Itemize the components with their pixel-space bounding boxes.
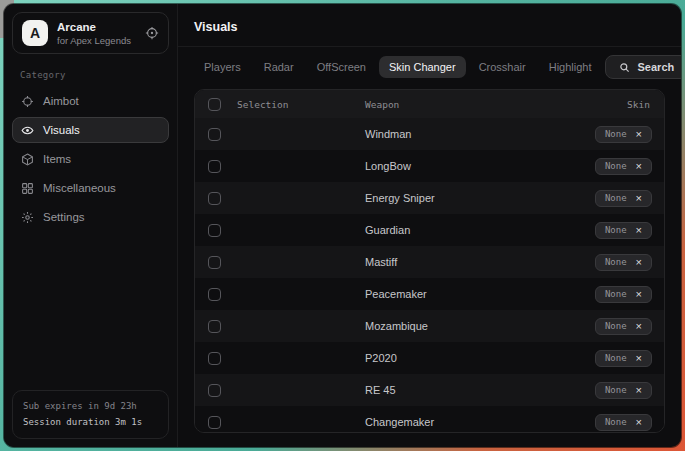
- session-duration-text: Session duration 3m 1s: [23, 415, 158, 430]
- table-row: PeacemakerNone×: [195, 278, 664, 310]
- sidebar-item-visuals[interactable]: Visuals: [12, 117, 169, 143]
- row-checkbox[interactable]: [208, 256, 221, 269]
- crosshair-icon: [21, 95, 34, 108]
- app-logo: A: [22, 20, 48, 46]
- table-row: RE 45None×: [195, 374, 664, 406]
- row-checkbox[interactable]: [208, 288, 221, 301]
- table-row: P2020None×: [195, 342, 664, 374]
- clear-skin-icon[interactable]: ×: [636, 257, 642, 268]
- weapon-name: Guardian: [365, 224, 544, 236]
- tabs-row: PlayersRadarOffScreenSkin ChangerCrossha…: [178, 47, 681, 85]
- weapon-name: Mastiff: [365, 256, 544, 268]
- table-row: LongBowNone×: [195, 150, 664, 182]
- search-button-label: Search: [638, 61, 675, 73]
- box-icon: [21, 153, 34, 166]
- main-panel: Visuals PlayersRadarOffScreenSkin Change…: [178, 4, 681, 447]
- skin-changer-table: Selection Weapon Skin WindmanNone×LongBo…: [194, 89, 665, 433]
- sidebar-item-settings[interactable]: Settings: [12, 204, 169, 230]
- tab-highlight[interactable]: Highlight: [539, 56, 602, 78]
- skin-value: None: [605, 161, 627, 171]
- table-row: Energy SniperNone×: [195, 182, 664, 214]
- skin-select-chip[interactable]: None×: [595, 222, 652, 239]
- app-title: Arcane: [57, 21, 131, 33]
- tab-offscreen[interactable]: OffScreen: [307, 56, 376, 78]
- clear-skin-icon[interactable]: ×: [636, 129, 642, 140]
- tab-skin-changer[interactable]: Skin Changer: [379, 56, 466, 78]
- app-subtitle: for Apex Legends: [57, 35, 131, 46]
- tab-players[interactable]: Players: [194, 56, 251, 78]
- page-title: Visuals: [194, 20, 238, 34]
- weapon-name: P2020: [365, 352, 544, 364]
- clear-skin-icon[interactable]: ×: [636, 353, 642, 364]
- column-header-skin: Skin: [627, 99, 664, 110]
- skin-select-chip[interactable]: None×: [595, 414, 652, 431]
- sidebar-nav: AimbotVisualsItemsMiscellaneousSettings: [12, 88, 169, 230]
- sidebar-item-items[interactable]: Items: [12, 146, 169, 172]
- clear-skin-icon[interactable]: ×: [636, 321, 642, 332]
- column-header-weapon: Weapon: [365, 99, 544, 110]
- select-all-checkbox[interactable]: [208, 98, 221, 111]
- weapon-name: Changemaker: [365, 416, 544, 428]
- sidebar-item-label: Visuals: [43, 124, 80, 136]
- skin-value: None: [605, 385, 627, 395]
- skin-value: None: [605, 225, 627, 235]
- row-checkbox[interactable]: [208, 128, 221, 141]
- clear-skin-icon[interactable]: ×: [636, 161, 642, 172]
- search-button[interactable]: Search: [605, 55, 681, 79]
- main-titlebar: Visuals: [178, 4, 681, 47]
- session-info-card: Sub expires in 9d 23h Session duration 3…: [12, 390, 169, 439]
- row-checkbox[interactable]: [208, 160, 221, 173]
- desktop-background: A Arcane for Apex Legends Category Aimbo…: [0, 0, 685, 451]
- clear-skin-icon[interactable]: ×: [636, 225, 642, 236]
- row-checkbox[interactable]: [208, 224, 221, 237]
- skin-select-chip[interactable]: None×: [595, 158, 652, 175]
- column-header-selection: Selection: [237, 99, 365, 110]
- skin-select-chip[interactable]: None×: [595, 254, 652, 271]
- weapon-name: Energy Sniper: [365, 192, 544, 204]
- weapon-name: LongBow: [365, 160, 544, 172]
- clear-skin-icon[interactable]: ×: [636, 417, 642, 428]
- skin-value: None: [605, 129, 627, 139]
- row-checkbox[interactable]: [208, 320, 221, 333]
- arcane-app-window: A Arcane for Apex Legends Category Aimbo…: [4, 4, 681, 447]
- table-row: GuardianNone×: [195, 214, 664, 246]
- row-checkbox[interactable]: [208, 192, 221, 205]
- skin-value: None: [605, 321, 627, 331]
- tab-crosshair[interactable]: Crosshair: [469, 56, 536, 78]
- eye-icon: [21, 124, 34, 137]
- skin-select-chip[interactable]: None×: [595, 286, 652, 303]
- search-icon: [619, 62, 630, 73]
- sidebar-item-miscellaneous[interactable]: Miscellaneous: [12, 175, 169, 201]
- clear-skin-icon[interactable]: ×: [636, 289, 642, 300]
- sidebar-item-label: Aimbot: [43, 95, 79, 107]
- tabs-container: PlayersRadarOffScreenSkin ChangerCrossha…: [194, 56, 602, 78]
- table-row: MastiffNone×: [195, 246, 664, 278]
- row-checkbox[interactable]: [208, 384, 221, 397]
- skin-select-chip[interactable]: None×: [595, 382, 652, 399]
- skin-select-chip[interactable]: None×: [595, 318, 652, 335]
- sidebar-item-aimbot[interactable]: Aimbot: [12, 88, 169, 114]
- row-checkbox[interactable]: [208, 416, 221, 429]
- weapon-name: Peacemaker: [365, 288, 544, 300]
- target-icon[interactable]: [145, 26, 159, 40]
- skin-value: None: [605, 193, 627, 203]
- skin-value: None: [605, 417, 627, 427]
- row-checkbox[interactable]: [208, 352, 221, 365]
- clear-skin-icon[interactable]: ×: [636, 385, 642, 396]
- weapon-name: Mozambique: [365, 320, 544, 332]
- clear-skin-icon[interactable]: ×: [636, 193, 642, 204]
- skin-select-chip[interactable]: None×: [595, 190, 652, 207]
- tab-radar[interactable]: Radar: [254, 56, 304, 78]
- app-header-card: A Arcane for Apex Legends: [12, 12, 169, 54]
- skin-select-chip[interactable]: None×: [595, 350, 652, 367]
- sidebar-item-label: Items: [43, 153, 71, 165]
- skin-value: None: [605, 289, 627, 299]
- sidebar-item-label: Miscellaneous: [43, 182, 116, 194]
- table-row: MozambiqueNone×: [195, 310, 664, 342]
- category-label: Category: [20, 70, 161, 80]
- table-header-row: Selection Weapon Skin: [195, 90, 664, 118]
- app-titles: Arcane for Apex Legends: [57, 21, 131, 46]
- skin-select-chip[interactable]: None×: [595, 126, 652, 143]
- weapon-name: Windman: [365, 128, 544, 140]
- sidebar: A Arcane for Apex Legends Category Aimbo…: [4, 4, 178, 447]
